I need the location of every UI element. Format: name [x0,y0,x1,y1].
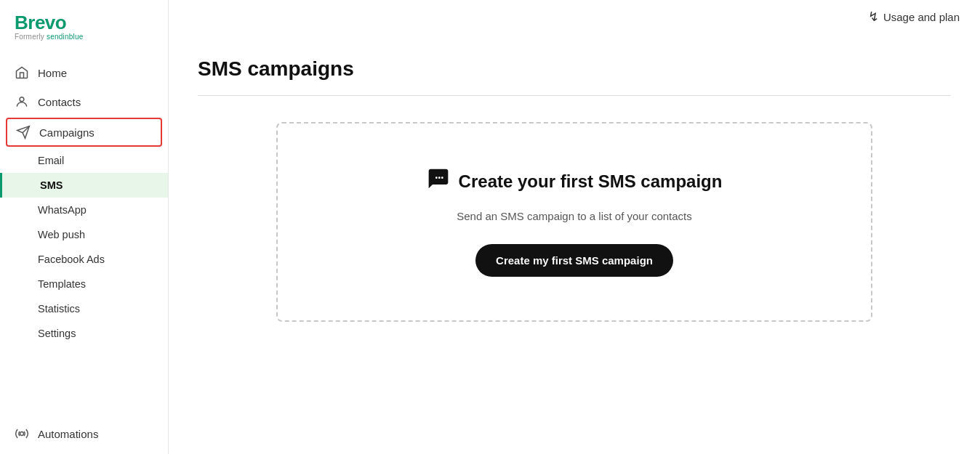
sidebar-item-campaigns-label: Campaigns [39,126,95,139]
empty-state-title: Create your first SMS campaign [427,167,723,195]
contacts-icon [15,94,29,109]
campaigns-icon [16,125,31,139]
sidebar-item-contacts[interactable]: Contacts [0,87,168,116]
chat-bubble-icon [427,167,450,195]
usage-plan-button[interactable]: ↯ Usage and plan [868,9,960,25]
sidebar-item-facebook-ads[interactable]: Facebook Ads [0,247,168,272]
sidebar-item-email[interactable]: Email [0,148,168,173]
sidebar-item-automations-label: Automations [38,428,98,440]
svg-point-0 [20,97,24,102]
campaigns-sub-nav: Email SMS WhatsApp Web push Facebook Ads… [0,148,168,346]
sidebar-item-web-push[interactable]: Web push [0,222,168,247]
home-icon [15,65,29,80]
empty-state-card: Create your first SMS campaign Send an S… [276,122,872,322]
sidebar-nav: Home Contacts Campaigns [0,52,168,454]
logo-brand: Brevo [15,13,153,32]
automations-icon [15,426,29,441]
sidebar-item-whatsapp[interactable]: WhatsApp [0,198,168,222]
empty-state-heading: Create your first SMS campaign [459,171,723,192]
sidebar-item-home-label: Home [38,67,67,79]
top-bar: ↯ Usage and plan [169,0,980,34]
sidebar-item-sms[interactable]: SMS [0,173,168,198]
sidebar: Brevo Formerly sendinblue Home [0,0,169,454]
sidebar-item-statistics[interactable]: Statistics [0,296,168,321]
sidebar-item-contacts-label: Contacts [38,96,81,108]
sidebar-item-campaigns[interactable]: Campaigns [6,118,162,147]
sidebar-item-settings[interactable]: Settings [0,321,168,346]
sidebar-item-automations[interactable]: Automations [0,419,168,448]
sidebar-item-home[interactable]: Home [0,58,168,87]
usage-plan-label: Usage and plan [883,11,960,23]
page-divider [198,95,951,96]
page-content: SMS campaigns Create your first SMS camp… [169,34,980,454]
empty-state-subtitle: Send an SMS campaign to a list of your c… [457,210,692,222]
svg-point-1 [20,432,24,436]
page-title: SMS campaigns [198,57,951,81]
logo: Brevo Formerly sendinblue [0,0,168,52]
create-campaign-button[interactable]: Create my first SMS campaign [475,244,673,277]
main-content: ↯ Usage and plan SMS campaigns Create yo… [169,0,980,454]
sidebar-item-templates[interactable]: Templates [0,272,168,296]
logo-formerly: Formerly sendinblue [15,33,153,41]
lightning-icon: ↯ [868,9,879,25]
